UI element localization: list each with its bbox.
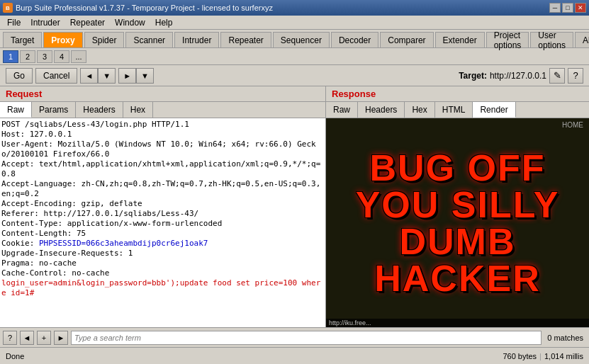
request-line-0: POST /sqliabs/Less-43/login.php HTTP/1.1 (1, 120, 324, 130)
sub-tab-3[interactable]: 3 (37, 50, 52, 63)
nav-tab-comparer[interactable]: Comparer (380, 32, 433, 47)
status-bar: Done 760 bytes | 1,014 millis (0, 347, 589, 364)
toolbar: Go Cancel ◄ ▼ ► ▼ Target: http://127.0.0… (0, 65, 589, 86)
request-line-2: User-Agent: Mozilla/5.0 (Windows NT 10.0… (1, 140, 324, 159)
nav-tab-repeater[interactable]: Repeater (220, 32, 271, 47)
forward-button[interactable]: ► (118, 68, 136, 84)
bug-off-line: DUMB HACKER (326, 223, 589, 297)
sub-tab-4[interactable]: 4 (54, 50, 69, 63)
request-line-14: login_user=admin&login_password=bbb');up… (1, 278, 324, 298)
response-tab-headers[interactable]: Headers (358, 102, 405, 118)
title-bar-controls[interactable]: ─ □ ✕ (549, 3, 586, 13)
nav-tab-scanner[interactable]: Scanner (125, 32, 173, 47)
back-dropdown-button[interactable]: ▼ (98, 68, 116, 84)
request-panel: Request RawParamsHeadersHex POST /sqliab… (0, 86, 326, 327)
go-button[interactable]: Go (6, 68, 33, 84)
nav-tab-extender[interactable]: Extender (435, 32, 485, 47)
bug-off-text: BUG OFFYOU SILLYDUMB HACKER (326, 149, 589, 297)
matches-count: 0 matches (544, 334, 586, 342)
request-line-9: Cookie: PHPSESSID=066c3aheambdijp0cr6ej1… (1, 239, 324, 249)
target-info: Target: http://127.0.0.1 ✎ ? (459, 68, 583, 84)
response-tab-html[interactable]: HTML (435, 102, 473, 118)
response-tab-render[interactable]: Render (473, 102, 515, 118)
menu-item-window[interactable]: Window (111, 16, 150, 29)
title-bar: B Burp Suite Professional v1.7.37 - Temp… (0, 0, 589, 16)
menu-item-help[interactable]: Help (151, 16, 177, 29)
request-line-7: Content-Type: application/x-www-form-url… (1, 219, 324, 229)
response-body: HOME BUG OFFYOU SILLYDUMB HACKER http://… (326, 118, 589, 327)
menu-bar: FileIntruderRepeaterWindowHelp (0, 16, 589, 30)
status-text: Done (6, 352, 24, 360)
request-inner-tabs: RawParamsHeadersHex (0, 102, 325, 118)
request-tab-hex[interactable]: Hex (123, 102, 153, 118)
prev-match-button[interactable]: ◄ (20, 331, 34, 345)
nav-tab-project-options[interactable]: Project options (486, 32, 529, 47)
search-input[interactable] (71, 331, 542, 345)
bytes-count: 760 bytes (503, 352, 537, 360)
status-divider: | (539, 352, 542, 360)
request-line-4: Accept-Language: zh-CN,zh;q=0.8,zh-TW;q=… (1, 179, 324, 199)
nav-tab-sequencer[interactable]: Sequencer (273, 32, 330, 47)
forward-dropdown-button[interactable]: ▼ (136, 68, 154, 84)
status-right: 760 bytes | 1,014 millis (503, 352, 583, 360)
bug-off-line: BUG OFF (326, 149, 589, 186)
back-button[interactable]: ◄ (80, 68, 98, 84)
request-tab-headers[interactable]: Headers (76, 102, 123, 118)
menu-item-file[interactable]: File (3, 16, 25, 29)
response-panel: Response RawHeadersHexHTMLRender HOME BU… (326, 86, 589, 327)
menu-item-repeater[interactable]: Repeater (66, 16, 109, 29)
request-tab-raw[interactable]: Raw (0, 102, 32, 118)
target-label: Target: (459, 71, 487, 81)
millis-count: 1,014 millis (544, 352, 583, 360)
next-result-button[interactable]: ► (54, 331, 68, 345)
nav-tabs: TargetProxySpiderScannerIntruderRepeater… (0, 30, 589, 48)
request-title: Request (0, 86, 325, 102)
maximize-button[interactable]: □ (562, 3, 573, 13)
request-body[interactable]: POST /sqliabs/Less-43/login.php HTTP/1.1… (0, 118, 325, 327)
bug-off-line: YOU SILLY (326, 186, 589, 223)
menu-item-intruder[interactable]: Intruder (26, 16, 64, 29)
request-line-3: Accept: text/html,application/xhtml+xml,… (1, 159, 324, 179)
home-label: HOME (562, 121, 583, 129)
search-bar: ? ◄ + ► 0 matches (0, 327, 589, 347)
close-button[interactable]: ✕ (575, 3, 586, 13)
target-url: http://127.0.0.1 (490, 71, 546, 81)
cancel-button[interactable]: Cancel (35, 68, 77, 84)
response-tab-raw[interactable]: Raw (326, 102, 358, 118)
request-tab-params[interactable]: Params (32, 102, 76, 118)
sub-tabs: 1234... (0, 48, 589, 65)
nav-tab-user-options[interactable]: User options (530, 32, 573, 47)
edit-target-button[interactable]: ✎ (549, 68, 565, 84)
response-inner-tabs: RawHeadersHexHTMLRender (326, 102, 589, 118)
nav-tab-alerts[interactable]: Alerts (575, 32, 589, 47)
request-line-1: Host: 127.0.0.1 (1, 130, 324, 140)
request-line-10: Upgrade-Insecure-Requests: 1 (1, 249, 324, 258)
app-icon: B (3, 3, 13, 13)
response-tab-hex[interactable]: Hex (405, 102, 434, 118)
next-match-button[interactable]: + (37, 331, 51, 345)
help-search-button[interactable]: ? (3, 331, 17, 345)
request-line-6: Referer: http://127.0.0.1/sqliabs/Less-4… (1, 209, 324, 219)
sub-tab-2[interactable]: 2 (20, 50, 35, 63)
nav-tab-proxy[interactable]: Proxy (43, 32, 82, 47)
request-line-5: Accept-Encoding: gzip, deflate (1, 199, 324, 209)
nav-tab-target[interactable]: Target (3, 32, 42, 47)
response-image: HOME BUG OFFYOU SILLYDUMB HACKER http://… (326, 118, 589, 327)
sub-tab-1[interactable]: 1 (3, 50, 18, 63)
request-line-8: Content-Length: 75 (1, 229, 324, 239)
nav-tab-decoder[interactable]: Decoder (331, 32, 378, 47)
nav-forward-group: ► ▼ (118, 68, 154, 84)
request-line-11: Pragma: no-cache (1, 258, 324, 268)
nav-back-group: ◄ ▼ (80, 68, 116, 84)
nav-tab-intruder[interactable]: Intruder (174, 32, 219, 47)
response-title: Response (326, 86, 589, 102)
minimize-button[interactable]: ─ (549, 3, 561, 13)
request-line-12: Cache-Control: no-cache (1, 268, 324, 278)
title-bar-left: B Burp Suite Professional v1.7.37 - Temp… (3, 3, 273, 13)
title-bar-text: Burp Suite Professional v1.7.37 - Tempor… (16, 4, 273, 12)
url-bar: http://iku.free... (326, 319, 589, 327)
main-content: Request RawParamsHeadersHex POST /sqliab… (0, 86, 589, 327)
help-button[interactable]: ? (568, 68, 583, 84)
sub-tab-...[interactable]: ... (71, 50, 86, 63)
nav-tab-spider[interactable]: Spider (84, 32, 125, 47)
